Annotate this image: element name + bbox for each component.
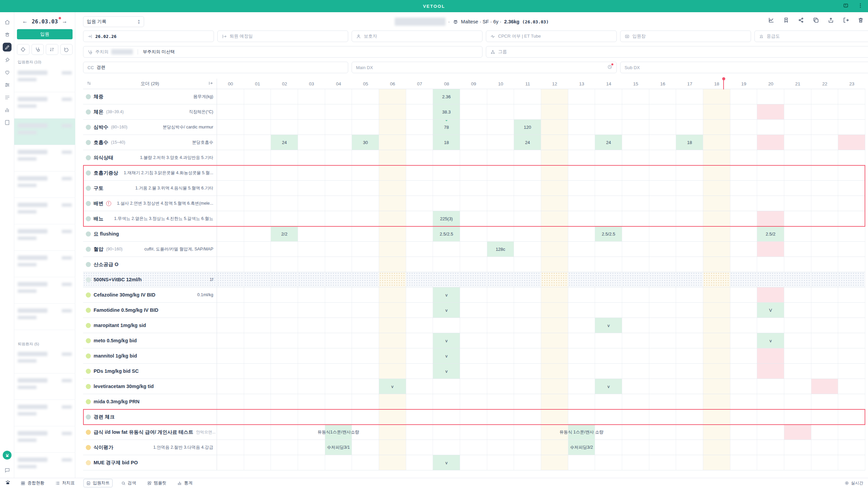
chart-cell[interactable] — [487, 211, 514, 226]
chart-cell[interactable] — [514, 425, 541, 440]
chart-cell[interactable] — [244, 272, 271, 287]
chart-cell[interactable] — [838, 211, 865, 226]
chart-cell[interactable] — [568, 333, 595, 348]
chart-cell[interactable] — [676, 425, 703, 440]
chart-cell[interactable] — [298, 150, 325, 165]
chart-cell[interactable] — [406, 272, 433, 287]
chart-cell[interactable] — [244, 303, 271, 318]
chart-cell[interactable] — [487, 333, 514, 348]
chart-cell[interactable] — [514, 272, 541, 287]
chart-cell[interactable] — [811, 409, 839, 424]
chart-cell[interactable] — [703, 379, 730, 394]
patient-list-item[interactable] — [14, 66, 75, 92]
chart-cell[interactable] — [757, 394, 784, 409]
chart-cell[interactable] — [622, 120, 649, 135]
chart-cell[interactable] — [703, 303, 730, 318]
chart-cell[interactable] — [325, 226, 352, 241]
chart-cell[interactable] — [784, 318, 811, 333]
chart-cell[interactable] — [703, 425, 730, 440]
chart-cell[interactable] — [703, 272, 730, 287]
chart-cell[interactable] — [433, 272, 460, 287]
chart-cell[interactable] — [730, 211, 757, 226]
chart-cell[interactable] — [676, 242, 703, 257]
chart-cell[interactable] — [703, 165, 730, 180]
chart-cell[interactable] — [433, 242, 460, 257]
chart-cell[interactable] — [649, 348, 676, 363]
chart-cell[interactable]: 30 — [352, 135, 379, 150]
chart-cell[interactable] — [244, 333, 271, 348]
share-icon[interactable] — [798, 17, 804, 25]
chart-cell[interactable] — [433, 150, 460, 165]
chart-cell[interactable] — [838, 196, 865, 211]
chart-cell[interactable] — [568, 455, 595, 470]
chart-cell[interactable] — [730, 394, 757, 409]
chart-cell[interactable] — [325, 181, 352, 196]
chart-cell[interactable] — [811, 120, 839, 135]
chart-cell[interactable] — [622, 394, 649, 409]
chart-cell[interactable] — [676, 104, 703, 119]
chart-cell[interactable] — [730, 272, 757, 287]
chart-cell[interactable]: v — [433, 303, 460, 318]
chart-cell[interactable] — [271, 181, 298, 196]
order-label-cell[interactable]: Famotidine 0.5mg/kg IV BID — [83, 303, 217, 318]
chart-cell[interactable] — [325, 348, 352, 363]
chart-cell[interactable] — [703, 120, 730, 135]
order-label-cell[interactable]: Cefazoline 30mg/kg IV BID0.1ml/kg — [83, 287, 217, 302]
chart-cell[interactable] — [271, 287, 298, 302]
chart-cell[interactable] — [244, 165, 271, 180]
chart-cell[interactable] — [244, 89, 271, 104]
chart-cell[interactable] — [784, 196, 811, 211]
order-label-cell[interactable]: 식이평가1.안먹음 2.절반 3.다먹음 4.강급 — [83, 440, 217, 455]
chart-cell[interactable] — [271, 272, 298, 287]
chart-cell[interactable] — [649, 303, 676, 318]
chart-cell[interactable] — [811, 104, 839, 119]
chart-cell[interactable] — [784, 257, 811, 272]
chart-cell[interactable] — [757, 196, 784, 211]
chart-cell[interactable] — [514, 379, 541, 394]
chart-cell[interactable] — [460, 287, 487, 302]
chart-cell[interactable] — [325, 242, 352, 257]
chart-cell[interactable] — [325, 150, 352, 165]
chart-cell[interactable] — [271, 104, 298, 119]
chart-cell[interactable] — [649, 120, 676, 135]
chart-cell[interactable] — [838, 379, 865, 394]
chart-cell[interactable] — [838, 242, 865, 257]
chart-cell[interactable] — [217, 425, 244, 440]
chart-cell[interactable] — [784, 226, 811, 241]
chart-cell[interactable] — [298, 348, 325, 363]
chart-cell[interactable] — [298, 409, 325, 424]
chart-cell[interactable] — [352, 181, 379, 196]
chart-cell[interactable] — [352, 348, 379, 363]
chart-cell[interactable] — [757, 89, 784, 104]
chart-cell[interactable] — [811, 226, 839, 241]
chart-cell[interactable] — [217, 303, 244, 318]
chart-cell[interactable] — [676, 272, 703, 287]
chart-cell[interactable] — [487, 257, 514, 272]
chart-cell[interactable] — [703, 89, 730, 104]
patient-list-item[interactable] — [14, 304, 75, 330]
chart-cell[interactable] — [703, 440, 730, 455]
chart-cell[interactable] — [811, 455, 839, 470]
chart-cell[interactable] — [217, 364, 244, 379]
chart-cell[interactable]: 18 — [676, 135, 703, 150]
chart-cell[interactable] — [379, 440, 406, 455]
chart-cell[interactable] — [568, 226, 595, 241]
paw-icon[interactable] — [3, 30, 12, 39]
chart-cell[interactable] — [757, 150, 784, 165]
chart-cell[interactable] — [217, 455, 244, 470]
chart-cell[interactable] — [379, 181, 406, 196]
chart-cell[interactable] — [541, 394, 568, 409]
patient-list-item[interactable] — [14, 277, 75, 304]
chart-cell[interactable] — [271, 409, 298, 424]
chart-cell[interactable] — [460, 318, 487, 333]
patient-list-item[interactable] — [14, 145, 75, 171]
chart-cell[interactable] — [811, 440, 839, 455]
chart-cell[interactable] — [541, 165, 568, 180]
chart-cell[interactable] — [838, 425, 865, 440]
chart-cell[interactable] — [811, 348, 839, 363]
chart-cell[interactable] — [757, 104, 784, 119]
chart-cell[interactable] — [541, 379, 568, 394]
chart-cell[interactable] — [352, 318, 379, 333]
order-label-cell[interactable]: 배변!1.설사 2.연변 3.정상변 4.점액 5.혈액 6.흑변(mele..… — [83, 196, 217, 211]
chart-cell[interactable] — [460, 89, 487, 104]
